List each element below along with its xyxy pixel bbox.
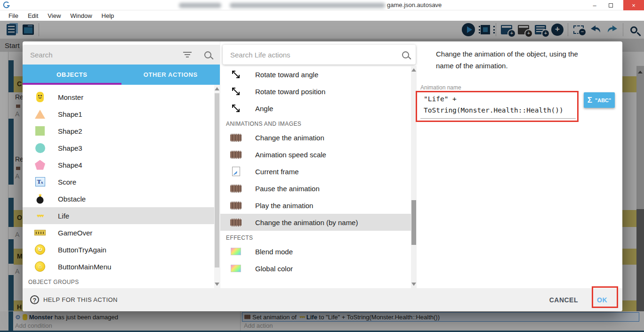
rotate-arrow-icon (229, 70, 243, 79)
menu-edit[interactable]: Edit (23, 11, 43, 20)
action-description: Change the animation of the object, usin… (436, 48, 591, 72)
minimize-button[interactable]: – (587, 0, 603, 10)
action-parameters-panel: Change the animation of the object, usin… (417, 41, 622, 288)
actions-panel: Rotate toward angle Rotate toward positi… (220, 41, 417, 288)
list-item-life[interactable]: ♥♥♥ Life (23, 207, 214, 224)
list-item-monster[interactable]: Monster (23, 89, 214, 105)
rainbow-icon (229, 248, 243, 255)
list-item-obstacle[interactable]: Obstacle (23, 190, 214, 207)
search-icon[interactable] (402, 51, 409, 58)
home-button-icon: ⌂ (33, 261, 47, 272)
action-search-bar[interactable] (223, 45, 416, 65)
scroll-down-icon[interactable] (411, 283, 416, 286)
close-button[interactable]: × (623, 0, 644, 10)
menu-bar: File Edit View Window Help (0, 10, 644, 21)
action-current-frame[interactable]: Current frame (220, 163, 411, 180)
scroll-down-icon[interactable] (215, 283, 219, 286)
menu-window[interactable]: Window (65, 11, 97, 20)
action-editor-dialog: OBJECTS OTHER ACTIONS Monster Shape1 Sha… (23, 41, 622, 311)
rotate-arrow-icon (229, 87, 243, 96)
action-rotate-toward-position[interactable]: Rotate toward position (220, 83, 411, 100)
object-groups-header: OBJECT GROUPS (23, 275, 214, 287)
life-hearts-icon: ♥♥♥ (33, 213, 47, 219)
object-search-input[interactable] (23, 51, 183, 59)
scroll-up-icon[interactable] (215, 87, 219, 90)
action-play-animation[interactable]: Play the animation (220, 197, 411, 214)
film-icon (229, 134, 243, 142)
list-item-shape3[interactable]: Shape3 (23, 139, 214, 156)
banner-icon (33, 230, 47, 235)
list-item-buttonmainmenu[interactable]: ⌂ ButtonMainMenu (23, 258, 214, 275)
redacted-title-segment (230, 3, 385, 8)
list-item-buttontryagain[interactable]: ↻ ButtonTryAgain (23, 241, 214, 258)
scroll-up-icon[interactable] (411, 68, 416, 72)
gdevelop-logo-icon (3, 1, 10, 9)
film-icon (229, 185, 243, 193)
square-icon (33, 126, 47, 136)
ok-button[interactable]: OK (597, 296, 607, 304)
dialog-footer: ? HELP FOR THIS ACTION CANCEL OK (23, 288, 622, 311)
action-change-animation-by-name[interactable]: Change the animation (by name) (220, 214, 411, 231)
action-rotate-toward-angle[interactable]: Rotate toward angle (220, 66, 411, 83)
film-icon (229, 151, 243, 159)
action-pause-animation[interactable]: Pause the animation (220, 180, 411, 197)
menu-file[interactable]: File (4, 11, 23, 20)
scrollbar-thumb[interactable] (411, 200, 416, 245)
action-search-input[interactable] (223, 51, 402, 59)
monster-icon (33, 91, 47, 103)
object-list: Monster Shape1 Shape2 Shape3 Shape4 Tx S… (23, 85, 214, 288)
menu-view[interactable]: View (43, 11, 65, 20)
field-underline (420, 118, 576, 119)
cancel-button[interactable]: CANCEL (549, 296, 578, 304)
pentagon-icon (33, 160, 47, 170)
help-button[interactable]: ? HELP FOR THIS ACTION (30, 295, 118, 304)
window-title: game.json.autosave (387, 1, 442, 8)
bomb-icon (33, 194, 47, 204)
list-item-shape2[interactable]: Shape2 (23, 122, 214, 139)
title-bar: game.json.autosave – × (0, 0, 644, 10)
retry-button-icon: ↻ (33, 244, 47, 255)
action-angle[interactable]: Angle (220, 100, 411, 117)
expression-editor-button[interactable]: Σ "ABC" (584, 92, 615, 108)
filter-icon[interactable] (183, 51, 192, 58)
effects-section-header: EFFECTS (220, 231, 411, 243)
circle-icon (33, 143, 47, 153)
action-animation-speed-scale[interactable]: Animation speed scale (220, 146, 411, 163)
list-item-gameover[interactable]: GameOver (23, 224, 214, 241)
rotate-arrow-icon (229, 104, 243, 113)
text-object-icon: Tx (33, 177, 47, 186)
help-question-icon: ? (30, 295, 39, 304)
scrollbar-thumb[interactable] (215, 93, 219, 267)
redacted-title-segment (179, 3, 221, 8)
tab-objects[interactable]: OBJECTS (23, 65, 121, 85)
action-change-animation[interactable]: Change the animation (220, 129, 411, 146)
list-item-shape4[interactable]: Shape4 (23, 156, 214, 173)
objects-panel: OBJECTS OTHER ACTIONS Monster Shape1 Sha… (23, 41, 220, 288)
action-list: Rotate toward angle Rotate toward positi… (220, 66, 411, 288)
panel-tabs: OBJECTS OTHER ACTIONS (23, 65, 220, 85)
animation-name-field[interactable]: "Life" +ToString(Monster.Health::Health(… (424, 93, 575, 116)
list-item-score[interactable]: Tx Score (23, 173, 214, 190)
restore-button[interactable] (603, 0, 619, 10)
object-list-scrollbar[interactable] (214, 85, 220, 288)
action-list-scrollbar[interactable] (411, 66, 417, 288)
frame-icon (229, 167, 243, 176)
action-blend-mode[interactable]: Blend mode (220, 243, 411, 260)
tab-other-actions[interactable]: OTHER ACTIONS (121, 65, 220, 85)
animation-name-label: Animation name (420, 84, 461, 91)
restore-icon (609, 3, 613, 8)
menu-help[interactable]: Help (97, 11, 119, 20)
action-global-color[interactable]: Global color (220, 260, 411, 277)
film-icon (229, 202, 243, 210)
object-search-bar[interactable] (23, 45, 220, 65)
triangle-icon (33, 110, 47, 119)
rainbow-icon (229, 265, 243, 272)
search-icon[interactable] (204, 51, 211, 58)
animations-section-header: ANIMATIONS AND IMAGES (220, 117, 411, 129)
list-item-shape1[interactable]: Shape1 (23, 105, 214, 122)
sigma-icon: Σ (588, 96, 592, 105)
film-icon (229, 219, 243, 227)
